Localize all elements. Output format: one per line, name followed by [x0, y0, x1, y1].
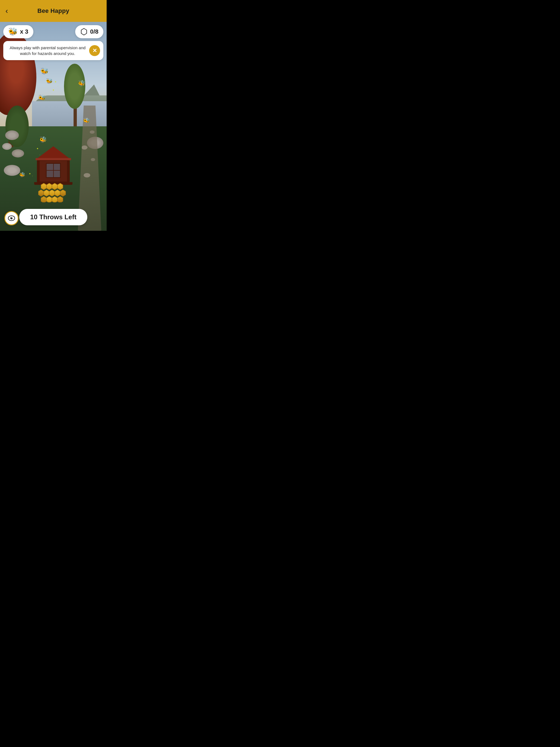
svg-marker-13 [81, 28, 87, 35]
sparkle-5: · [40, 153, 40, 156]
svg-marker-9 [41, 196, 47, 202]
bee-count-text: x 3 [20, 28, 28, 35]
svg-marker-4 [38, 190, 44, 196]
hexagon-icon [80, 28, 88, 35]
warning-close-button[interactable]: ✕ [89, 45, 100, 56]
bee-counter-icon: 🐝 [8, 28, 18, 35]
sparkle-4: ✦ [36, 147, 39, 150]
throws-left-text: 10 Throws Left [30, 213, 76, 221]
score-text: 0/8 [90, 28, 98, 35]
svg-marker-7 [55, 190, 60, 196]
eye-button[interactable] [4, 211, 19, 225]
svg-marker-2 [52, 183, 57, 190]
svg-marker-6 [49, 190, 55, 196]
bee-7: 🐝 [40, 137, 47, 143]
sparkle-2: · [58, 84, 58, 87]
sparkle-6: ✦ [29, 172, 31, 175]
bee-counter: 🐝 x 3 [3, 25, 33, 38]
tree-right [64, 64, 85, 126]
sparkle-7: · [32, 175, 33, 177]
sparkle-3: ✦ [52, 88, 54, 92]
game-area: 🐝 🐝 🐝 🐝 🐝 🐝 🐝 🐝 ✦ · ✦ ✦ · ✦ · 🐝 x 3 0/8 [0, 22, 107, 231]
svg-marker-1 [47, 183, 52, 190]
svg-marker-11 [52, 196, 57, 202]
gazebo [34, 146, 73, 185]
warning-banner: Always play with parental supervision an… [3, 41, 103, 60]
svg-marker-0 [41, 183, 47, 190]
page-title: Bee Happy [37, 7, 69, 15]
rocks-area [2, 130, 34, 193]
svg-marker-8 [60, 190, 66, 196]
svg-marker-12 [57, 196, 63, 202]
bee-6: 🐝 [83, 118, 90, 123]
sparkle-1: ✦ [54, 80, 57, 83]
honeycomb-svg [38, 183, 68, 202]
svg-marker-5 [44, 190, 49, 196]
bee-2: 🐝 [41, 68, 49, 74]
svg-marker-3 [57, 183, 63, 190]
honeycomb-object[interactable] [38, 183, 68, 203]
throws-pill: 10 Throws Left [19, 209, 87, 225]
score-counter: 0/8 [75, 25, 103, 38]
svg-point-16 [11, 217, 12, 218]
svg-marker-10 [47, 196, 52, 202]
bee-3: 🐝 [46, 78, 53, 84]
back-button[interactable]: ‹ [5, 6, 8, 15]
eye-icon [8, 215, 15, 221]
bee-5: 🐝 [78, 80, 85, 86]
warning-text: Always play with parental supervision an… [8, 45, 87, 56]
bee-8: 🐝 [19, 172, 25, 177]
header: ‹ Bee Happy [0, 0, 107, 22]
bee-4: 🐝 [38, 95, 46, 101]
svg-point-15 [10, 217, 12, 219]
